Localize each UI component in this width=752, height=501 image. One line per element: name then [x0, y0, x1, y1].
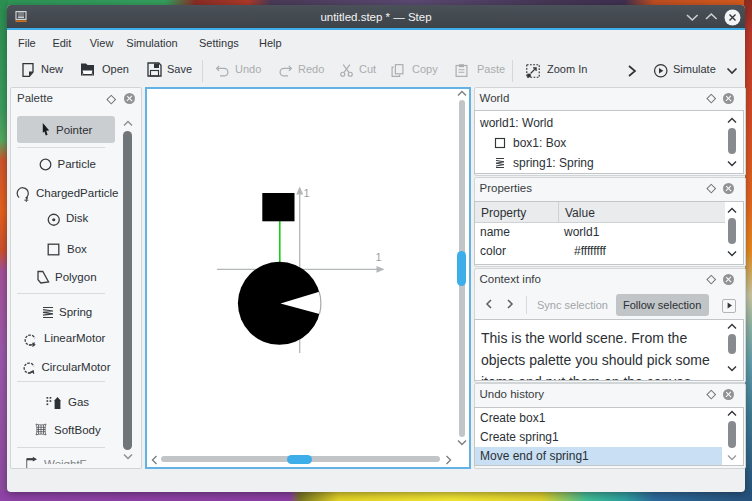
svg-text:1: 1 — [376, 251, 382, 263]
svg-text:1: 1 — [304, 187, 310, 199]
